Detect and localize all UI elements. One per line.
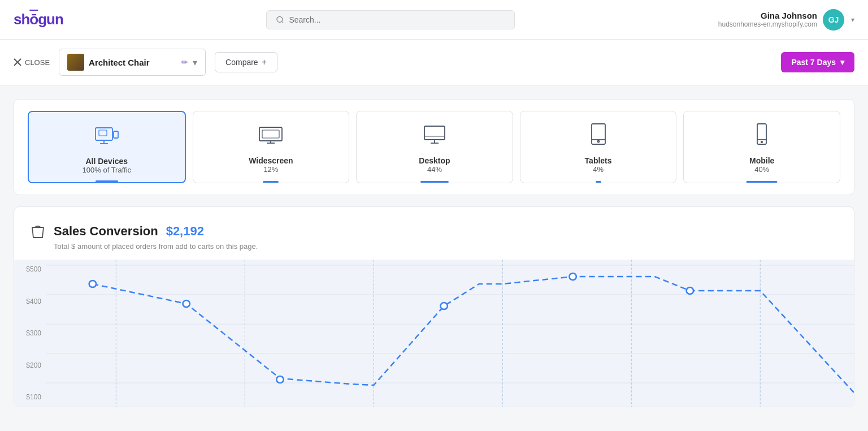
y-label-300: $300: [16, 329, 41, 337]
chart-header: Sales Conversion $2,192: [30, 223, 838, 240]
svg-rect-4: [96, 128, 112, 140]
close-icon: [14, 58, 21, 66]
all-devices-icon: [94, 123, 119, 151]
chart-svg-container: [46, 260, 854, 407]
svg-point-0: [277, 16, 283, 22]
line-chart-svg: [46, 260, 854, 407]
y-axis: $500 $400 $300 $200 $100: [14, 260, 46, 407]
page-name: Architect Chair: [89, 58, 177, 67]
edit-icon[interactable]: ✏: [181, 58, 188, 67]
compare-button[interactable]: Compare +: [215, 52, 277, 72]
all-devices-pct: 100% of Traffic: [83, 166, 131, 174]
svg-rect-8: [114, 131, 118, 138]
data-point-5: [569, 273, 576, 280]
y-label-400: $400: [16, 298, 41, 305]
chart-card: Sales Conversion $2,192 Total $ amount o…: [14, 206, 854, 407]
user-name: Gina Johnson: [718, 11, 817, 20]
y-label-500: $500: [16, 265, 41, 273]
date-dropdown-chevron: ▾: [840, 58, 844, 67]
date-range-label: Past 7 Days: [791, 58, 836, 67]
all-devices-bar: [96, 180, 118, 182]
tablets-icon: [586, 123, 611, 150]
search-input[interactable]: [289, 15, 505, 24]
y-label-100: $100: [16, 393, 41, 401]
page-thumbnail: [67, 54, 84, 71]
widescreen-label: Widescreen: [249, 156, 293, 165]
desktop-pct: 44%: [427, 165, 442, 174]
device-card-desktop[interactable]: Desktop 44%: [356, 111, 513, 183]
mobile-bar: [747, 181, 778, 183]
main-content: All Devices 100% of Traffic Widescreen 1…: [0, 85, 868, 421]
svg-rect-10: [259, 127, 282, 141]
widescreen-pct: 12%: [263, 165, 278, 174]
svg-point-19: [597, 141, 599, 143]
mobile-pct: 40%: [754, 165, 769, 174]
shopping-bag-icon: [30, 223, 46, 240]
compare-label: Compare: [225, 58, 258, 67]
device-card-mobile[interactable]: Mobile 40%: [683, 111, 840, 183]
search-bar[interactable]: [266, 10, 515, 29]
compare-plus-icon: +: [262, 57, 267, 67]
app-logo: shōgun: [14, 11, 63, 28]
mobile-label: Mobile: [749, 156, 774, 165]
svg-point-22: [761, 141, 762, 143]
desktop-bar: [420, 181, 449, 183]
device-card-tablets[interactable]: Tablets 4%: [520, 111, 677, 183]
data-point-4: [440, 303, 447, 309]
svg-rect-13: [262, 130, 279, 138]
toolbar: CLOSE Architect Chair ✏ ▾ Compare + Past…: [0, 40, 868, 85]
user-info: Gina Johnson hudsonhomes-en.myshopify.co…: [718, 11, 817, 28]
page-selector[interactable]: Architect Chair ✏ ▾: [59, 49, 206, 76]
close-button[interactable]: CLOSE: [14, 58, 50, 67]
close-label: CLOSE: [25, 58, 50, 67]
device-cards: All Devices 100% of Traffic Widescreen 1…: [28, 111, 840, 183]
svg-rect-14: [424, 126, 445, 140]
svg-line-1: [282, 21, 284, 23]
tablets-pct: 4%: [593, 165, 604, 174]
desktop-label: Desktop: [419, 156, 450, 165]
chart-area: $500 $400 $300 $200 $100: [14, 260, 854, 407]
device-cards-wrapper: All Devices 100% of Traffic Widescreen 1…: [14, 99, 854, 195]
widescreen-icon: [258, 123, 283, 150]
device-card-widescreen[interactable]: Widescreen 12%: [193, 111, 350, 183]
user-dropdown-chevron[interactable]: ▾: [851, 16, 854, 24]
widescreen-bar: [263, 181, 279, 183]
desktop-icon: [422, 123, 447, 150]
date-range-button[interactable]: Past 7 Days ▾: [781, 52, 854, 72]
svg-rect-18: [592, 124, 605, 144]
svg-rect-7: [99, 130, 107, 136]
data-point-6: [687, 287, 693, 294]
app-header: shōgun Gina Johnson hudsonhomes-en.mysho…: [0, 0, 868, 40]
search-icon: [276, 15, 284, 24]
user-store: hudsonhomes-en.myshopify.com: [718, 20, 817, 28]
chart-value: $2,192: [166, 224, 204, 239]
data-point-1: [89, 281, 96, 287]
tablets-label: Tablets: [585, 156, 612, 165]
mobile-icon: [749, 123, 774, 150]
device-card-all[interactable]: All Devices 100% of Traffic: [28, 111, 186, 183]
tablets-bar: [596, 181, 601, 183]
avatar: GJ: [823, 9, 844, 31]
user-area: Gina Johnson hudsonhomes-en.myshopify.co…: [718, 9, 854, 31]
chart-line: [93, 277, 854, 393]
chart-subtitle: Total $ amount of placed orders from add…: [54, 242, 838, 251]
data-point-3: [276, 376, 283, 383]
y-label-200: $200: [16, 361, 41, 369]
data-point-2: [183, 300, 189, 307]
page-dropdown-chevron[interactable]: ▾: [193, 57, 197, 68]
all-devices-label: All Devices: [85, 157, 128, 166]
chart-title: Sales Conversion: [54, 224, 158, 239]
